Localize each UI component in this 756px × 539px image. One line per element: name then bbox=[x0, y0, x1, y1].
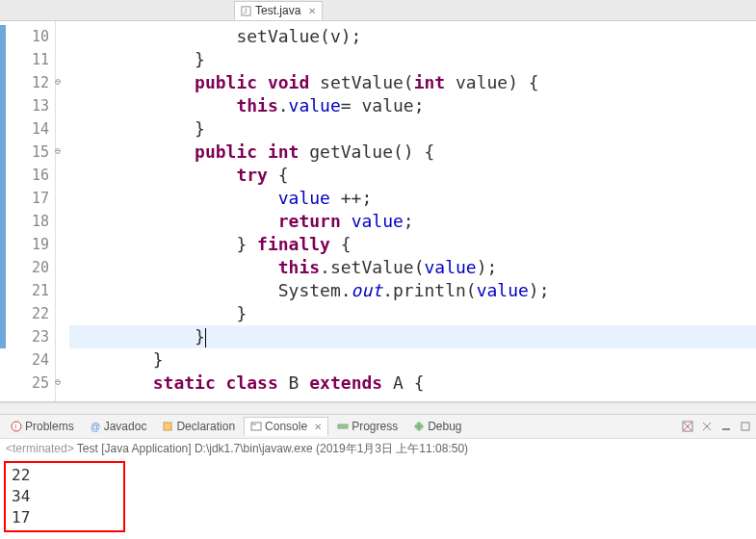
text-caret bbox=[205, 328, 206, 347]
code-line[interactable]: } finally { bbox=[69, 233, 756, 256]
editor-tab-label: Test.java bbox=[255, 4, 300, 17]
code-line[interactable]: this.setValue(value); bbox=[69, 256, 756, 279]
debug-icon bbox=[413, 421, 425, 432]
views-tab-bar: !Problems@JavadocDeclarationConsole✕Prog… bbox=[0, 415, 756, 439]
launch-config-label: Test [Java Application] D:\jdk1.7\bin\ja… bbox=[77, 442, 468, 455]
code-line[interactable]: System.out.println(value); bbox=[69, 279, 756, 302]
tab-close-icon[interactable]: ✕ bbox=[308, 6, 316, 16]
view-tab-problems[interactable]: !Problems bbox=[4, 417, 81, 436]
minimize-icon[interactable] bbox=[719, 420, 733, 433]
problems-icon: ! bbox=[11, 421, 22, 432]
code-line[interactable]: static class B extends A { bbox=[69, 372, 756, 395]
line-number: 16 bbox=[10, 164, 49, 187]
java-file-icon: J bbox=[241, 6, 251, 16]
console-line: 22 bbox=[12, 465, 117, 486]
code-line[interactable]: try { bbox=[69, 164, 756, 187]
line-number: 20 bbox=[10, 256, 49, 279]
line-number: 15⊖ bbox=[10, 141, 49, 164]
code-line[interactable]: } bbox=[69, 325, 756, 348]
svg-text:@: @ bbox=[91, 422, 100, 432]
view-tab-declaration[interactable]: Declaration bbox=[155, 417, 242, 436]
view-tab-label: Progress bbox=[352, 420, 398, 433]
code-line[interactable]: setValue(v); bbox=[69, 25, 756, 48]
view-tab-label: Declaration bbox=[176, 420, 235, 433]
view-tab-label: Debug bbox=[428, 420, 461, 433]
svg-rect-17 bbox=[722, 428, 730, 430]
view-tab-progress[interactable]: Progress bbox=[330, 417, 404, 436]
view-tab-label: Console bbox=[265, 420, 307, 433]
code-line[interactable]: } bbox=[69, 302, 756, 325]
svg-text:J: J bbox=[244, 7, 248, 15]
editor-tab-bar: J Test.java ✕ bbox=[0, 0, 756, 21]
remove-all-icon[interactable] bbox=[700, 420, 714, 433]
line-number: 13 bbox=[10, 94, 49, 117]
view-tab-console[interactable]: Console✕ bbox=[244, 417, 328, 436]
editor-area: 101112⊖131415⊖16171819202122232425⊖ setV… bbox=[0, 21, 756, 402]
line-number: 10 bbox=[10, 25, 49, 48]
line-number-gutter[interactable]: 101112⊖131415⊖16171819202122232425⊖ bbox=[10, 21, 56, 401]
javadoc-icon: @ bbox=[90, 421, 101, 432]
code-line[interactable]: return value; bbox=[69, 210, 756, 233]
bottom-panel: !Problems@JavadocDeclarationConsole✕Prog… bbox=[0, 414, 756, 532]
console-line: 17 bbox=[12, 507, 117, 528]
code-line[interactable]: this.value= value; bbox=[69, 94, 756, 117]
code-line[interactable]: } bbox=[69, 348, 756, 372]
line-number: 25⊖ bbox=[10, 372, 49, 395]
line-number: 19 bbox=[10, 233, 49, 256]
svg-rect-8 bbox=[338, 424, 348, 428]
svg-text:!: ! bbox=[14, 423, 16, 431]
marker-ruler bbox=[0, 21, 10, 401]
view-tab-label: Problems bbox=[25, 420, 74, 433]
code-line[interactable]: public int getValue() { bbox=[69, 141, 756, 164]
code-line[interactable]: } bbox=[69, 48, 756, 71]
line-number: 18 bbox=[10, 210, 49, 233]
code-line[interactable]: } bbox=[69, 117, 756, 141]
editor-horizontal-scrollbar[interactable] bbox=[0, 402, 756, 414]
declaration-icon bbox=[162, 421, 173, 432]
console-toolbar bbox=[681, 420, 752, 433]
line-number: 22 bbox=[10, 302, 49, 325]
line-number: 23 bbox=[10, 325, 49, 348]
line-number: 12⊖ bbox=[10, 71, 49, 94]
editor-tab-active[interactable]: J Test.java ✕ bbox=[234, 1, 323, 20]
view-close-icon[interactable]: ✕ bbox=[314, 422, 322, 432]
line-number: 14 bbox=[10, 117, 49, 141]
line-number: 24 bbox=[10, 348, 49, 372]
view-tab-javadoc[interactable]: @Javadoc bbox=[83, 417, 154, 436]
line-number: 21 bbox=[10, 279, 49, 302]
console-output[interactable]: 223417 bbox=[4, 461, 125, 532]
svg-rect-5 bbox=[164, 423, 171, 430]
console-line: 34 bbox=[12, 486, 117, 507]
maximize-icon[interactable] bbox=[739, 420, 752, 433]
code-line[interactable]: public void setValue(int value) { bbox=[69, 71, 756, 94]
svg-rect-18 bbox=[742, 423, 749, 430]
console-status-line: <terminated> Test [Java Application] D:\… bbox=[0, 439, 756, 459]
console-icon bbox=[250, 421, 262, 432]
view-tab-debug[interactable]: Debug bbox=[406, 417, 468, 436]
progress-icon bbox=[337, 421, 349, 432]
line-number: 11 bbox=[10, 48, 49, 71]
line-number: 17 bbox=[10, 187, 49, 210]
terminated-label: <terminated> bbox=[6, 442, 74, 455]
remove-launch-icon[interactable] bbox=[681, 420, 694, 433]
view-tab-label: Javadoc bbox=[104, 420, 147, 433]
svg-rect-6 bbox=[251, 423, 261, 430]
code-line[interactable]: value ++; bbox=[69, 187, 756, 210]
code-editor[interactable]: setValue(v); } public void setValue(int … bbox=[56, 21, 756, 401]
